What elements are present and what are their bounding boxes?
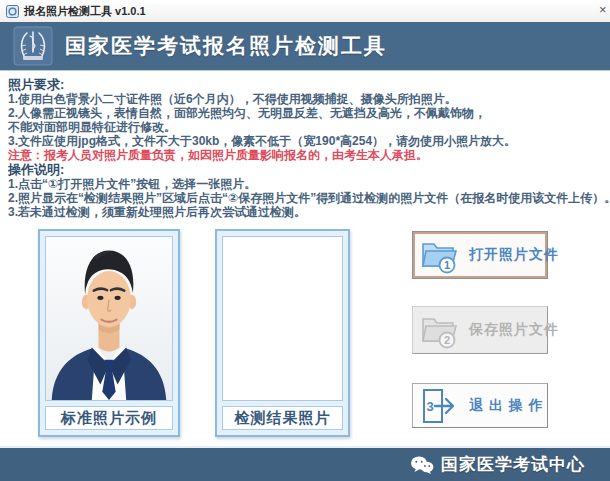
requirements-line: 1.使用白色背景小二寸证件照（近6个月内），不得使用视频捕捉、摄像头所拍照片。 [8,92,610,106]
folder-save-icon: 2 [419,311,461,349]
save-button-label: 保存照片文件 [469,321,559,339]
sample-photo-frame: 标准照片示例 [38,229,180,437]
page-title: 国家医学考试报名照片检测工具 [65,32,387,60]
exit-button[interactable]: 3 退 出 操 作 [412,383,548,428]
open-button-label: 打开照片文件 [469,246,559,264]
close-icon[interactable]: × [599,2,610,17]
portrait-illustration [46,237,172,400]
window-titlebar: 报名照片检测工具 v1.0.1 × [0,0,610,22]
quality-notice: 注意：报考人员对照片质量负责，如因照片质量影响报名的，由考生本人承担。 [8,148,610,162]
folder-open-icon: 1 [419,236,461,274]
instructions-heading: 操作说明: [8,162,610,177]
exit-button-label: 退 出 操 作 [469,397,544,415]
sample-photo-label: 标准照片示例 [45,406,173,430]
requirements-line: 3.文件应使用jpg格式，文件不大于30kb，像素不低于（宽190*高254），… [8,134,610,148]
exit-arrow-icon: 3 [419,387,461,425]
app-header: 国家医学考试报名照片检测工具 [0,22,610,70]
instructions-line: 2.照片显示在“检测结果照片”区域后点击“②保存照片文件”得到通过检测的照片文件… [8,191,610,205]
svg-text:1: 1 [444,259,450,271]
main-content: 照片要求: 1.使用白色背景小二寸证件照（近6个月内），不得使用视频捕捉、摄像头… [0,70,610,446]
result-photo-label: 检测结果照片 [222,406,343,430]
open-photo-button[interactable]: 1 打开照片文件 [412,231,548,279]
result-photo-frame: 检测结果照片 [215,229,350,437]
text-block: 照片要求: 1.使用白色背景小二寸证件照（近6个月内），不得使用视频捕捉、摄像头… [0,71,610,219]
sample-portrait-photo [45,236,173,401]
instructions-line: 1.点击“①打开照片文件”按钮，选择一张照片。 [8,177,610,191]
medical-emblem-logo-icon [13,26,53,66]
save-photo-button[interactable]: 2 保存照片文件 [412,306,548,354]
footer-brand: 国家医学考试中心 [441,453,585,476]
requirements-heading: 照片要求: [8,77,610,92]
wechat-icon [410,455,434,475]
result-photo-area [222,236,343,401]
app-window: 报名照片检测工具 v1.0.1 × 国家医学考试报名照片检测工具 照片要求: 1… [0,0,610,481]
window-title: 报名照片检测工具 v1.0.1 [24,4,146,19]
instructions-line: 3.若未通过检测，须重新处理照片后再次尝试通过检测。 [8,205,610,219]
svg-text:3: 3 [426,399,433,414]
svg-text:2: 2 [444,334,450,346]
requirements-line: 不能对面部明显特征进行修改。 [8,120,610,134]
requirements-line: 2.人像需正视镜头，表情自然，面部光照均匀、无明显反差、无遮挡及高光，不佩戴饰物… [8,106,610,120]
app-icon [6,5,19,18]
footer-bar: 国家医学考试中心 [0,446,610,481]
